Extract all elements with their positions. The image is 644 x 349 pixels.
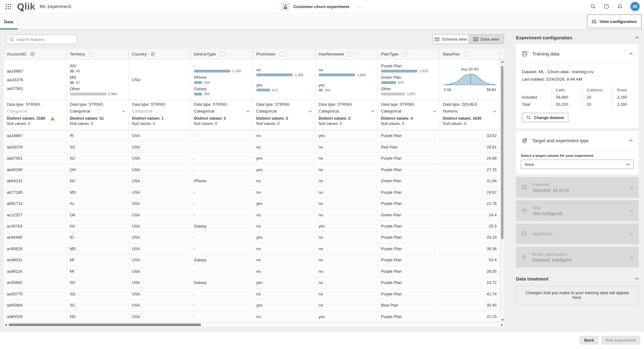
table-cell: ac93892	[4, 277, 67, 288]
category-select-plantype[interactable]: Categorical	[381, 109, 436, 113]
table-cell: NJ	[67, 153, 129, 164]
config-card-model-optimization: Model optimizationSelected: Intelligent	[516, 247, 639, 267]
help-icon[interactable]: ?	[604, 4, 609, 9]
column-header-plantype[interactable]: PlanType	[378, 49, 440, 59]
table-cell: Red Plan	[378, 141, 440, 152]
summary-bar	[70, 70, 74, 73]
column-name-label: AccountID	[7, 52, 26, 56]
target-radio-territory[interactable]	[89, 52, 94, 56]
column-header-promotion[interactable]: Promotion	[253, 49, 315, 59]
column-header-country[interactable]: Country	[129, 49, 191, 59]
chevron-down-icon	[433, 109, 436, 113]
table-cell: SC	[67, 141, 129, 152]
table-row: ab45280OHUSA-yesnoPurple Plan27.15	[4, 164, 504, 175]
scroll-up-arrow[interactable]	[501, 61, 504, 63]
distinct-values-label: Distinct values: 4	[381, 116, 436, 121]
schema-view-button[interactable]: Schema view	[433, 35, 468, 44]
category-value: Categorical	[319, 109, 339, 113]
table-cell: OK	[67, 209, 129, 220]
data-type-label: Data type: STRING	[70, 102, 125, 107]
table-cell: yes	[253, 232, 315, 243]
column-header-accountid[interactable]: AccountID	[4, 49, 67, 59]
summary-bar-item: no2,858	[319, 68, 374, 77]
qlik-logo[interactable]: Qlik	[17, 2, 35, 11]
null-values-label: Null values: 0	[256, 121, 312, 126]
scroll-right-arrow[interactable]	[501, 324, 503, 326]
horizontal-scrollbar-thumb[interactable]	[9, 324, 201, 326]
category-select-basefee[interactable]: Numeric	[443, 109, 497, 113]
target-radio-basefee[interactable]	[464, 52, 468, 56]
experiment-overflow-menu[interactable]: ···	[357, 4, 363, 9]
column-header-territory[interactable]: Territory	[67, 49, 129, 59]
target-column-select[interactable]: None	[521, 160, 634, 169]
summary-bar	[256, 73, 293, 76]
table-row: ac12327OKUSA-nonoGreen Plan24.4	[4, 209, 504, 220]
category-select-devicetype[interactable]: Categorical	[194, 109, 250, 113]
table-cell: ab64231	[4, 175, 67, 186]
table-cell: Purple Plan	[378, 289, 440, 299]
app-launcher-icon[interactable]	[6, 4, 11, 9]
chevron-up-icon[interactable]	[635, 278, 639, 280]
column-type-plantype: Data type: STRINGCategoricalDistinct val…	[378, 100, 440, 130]
model-optimization-icon	[521, 254, 527, 260]
data-view-button[interactable]: Data view	[468, 35, 504, 44]
table-cell: no	[315, 187, 378, 197]
view-configuration-button[interactable]: View configuration	[587, 15, 642, 28]
category-select-hasrenewed[interactable]: Categorical	[319, 109, 374, 113]
target-radio-hasrenewed[interactable]	[348, 52, 352, 56]
target-card-header[interactable]: Target and experiment type	[516, 131, 639, 151]
tab-data[interactable]: Data	[0, 15, 18, 29]
data-type-label: Data type: STRING	[256, 102, 312, 107]
column-header-devicetype[interactable]: DeviceType	[191, 49, 253, 59]
horizontal-scrollbar[interactable]	[4, 323, 504, 327]
table-cell: yes	[315, 311, 378, 322]
user-avatar[interactable]: JK	[630, 2, 640, 11]
table-cell: Blue Plan	[378, 300, 440, 311]
table-cell: 25.5	[440, 221, 500, 232]
vertical-scrollbar[interactable]	[500, 60, 504, 322]
target-radio-promotion[interactable]	[280, 52, 284, 56]
summary-bar-item: -2,160	[194, 64, 250, 73]
summary-bar-item: yes872	[256, 83, 312, 92]
back-button[interactable]: Back	[579, 336, 599, 345]
summary-bar-item: MN82	[70, 75, 125, 84]
target-radio-plantype[interactable]	[402, 52, 407, 56]
table-cell: USA	[129, 221, 191, 232]
scroll-left-arrow[interactable]	[5, 324, 7, 326]
summary-bar-item: Other1,007	[381, 86, 436, 96]
category-select-promotion[interactable]: Categorical	[256, 109, 312, 113]
change-dataset-button[interactable]: Change dataset	[522, 113, 568, 122]
training-data-header[interactable]: Training data	[516, 44, 639, 64]
table-cell: aa57561	[4, 153, 67, 164]
table-cell: ac12327	[4, 209, 67, 220]
vertical-scrollbar-thumb[interactable]	[501, 66, 503, 239]
table-cell: no	[315, 209, 378, 220]
target-radio-devicetype[interactable]	[220, 52, 225, 56]
chevron-up-icon[interactable]	[635, 37, 639, 39]
table-cell: -	[191, 130, 253, 141]
summary-bar-item: no2,288	[256, 68, 312, 77]
chevron-up-icon[interactable]	[629, 53, 633, 55]
table-row: aa16887RIUSA-noyesPurple Plan33.52	[4, 130, 504, 141]
chevron-down-icon	[122, 109, 125, 113]
stats-row-label: Included	[522, 94, 551, 101]
table-cell: -	[191, 153, 253, 164]
swap-icon	[526, 116, 531, 119]
sample-value: aa57561	[7, 86, 63, 91]
notifications-bell-icon[interactable]	[617, 4, 623, 9]
table-cell: no	[315, 289, 378, 299]
category-value: Numeric	[443, 109, 458, 113]
summary-bar-item: WV98	[70, 64, 125, 73]
search-icon[interactable]	[590, 4, 596, 9]
dataset-name: Dataset: ML - Churn data - training.csv	[522, 68, 633, 76]
table-cell: yes	[253, 198, 315, 209]
scroll-down-arrow[interactable]	[501, 319, 504, 321]
category-select-territory[interactable]: Categorical	[70, 109, 125, 113]
column-header-basefee[interactable]: BaseFee	[440, 49, 500, 59]
distribution-curve	[443, 71, 497, 87]
feature-search	[6, 35, 77, 44]
table-cell: no	[253, 209, 315, 220]
chevron-up-icon[interactable]	[629, 139, 633, 142]
column-header-hasrenewed[interactable]: HasRenewed	[315, 49, 378, 59]
search-features-input[interactable]	[14, 37, 77, 42]
